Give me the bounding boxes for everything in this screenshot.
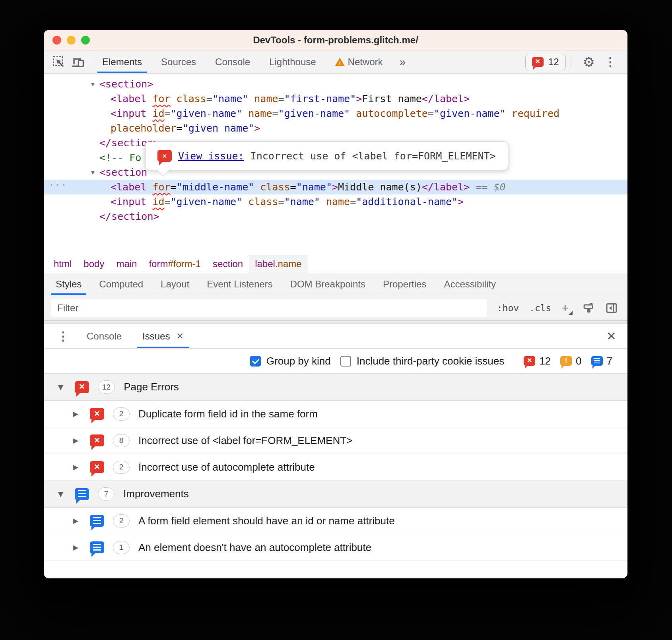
breadcrumb-item-main[interactable]: main: [110, 255, 143, 273]
code-token: >: [332, 181, 338, 193]
message-bubble-icon: [90, 541, 104, 553]
code-line[interactable]: placeholder="given name">: [44, 121, 627, 136]
code-token: </label>: [422, 181, 470, 193]
issue-section-page-errors[interactable]: ▼✕12Page Errors: [44, 374, 627, 401]
breadcrumb-item-formform-1[interactable]: form#form-1: [143, 255, 207, 273]
code-token: class: [260, 181, 290, 193]
expand-arrow-icon[interactable]: ▶: [73, 436, 81, 444]
warning-count-badge: ! 0: [560, 355, 581, 367]
tab-event-listeners[interactable]: Event Listeners: [198, 273, 281, 295]
tab-computed[interactable]: Computed: [90, 273, 152, 295]
issue-row-incorrect-use-of-label-for-form-element-[interactable]: ▶✕8Incorrect use of <label for=FORM_ELEM…: [44, 427, 627, 454]
code-token: <!-- Fo: [99, 152, 141, 163]
drawer-splitter[interactable]: [44, 321, 627, 324]
error-bubble-icon: ✕: [90, 408, 104, 420]
tab-network[interactable]: !Network: [326, 50, 392, 73]
drawer-tab-issues[interactable]: Issues✕: [132, 324, 194, 348]
breadcrumb-item-html[interactable]: html: [48, 255, 78, 273]
code-token: =: [278, 93, 284, 105]
more-options-kebab-icon[interactable]: ⋮: [602, 55, 620, 69]
issue-row-incorrect-use-of-autocomplete-attribute[interactable]: ▶✕2Incorrect use of autocomplete attribu…: [44, 454, 627, 481]
issue-row-a-form-field-element-should-have-an-id-o[interactable]: ▶2A form field element should have an id…: [44, 508, 627, 534]
breadcrumb-item-section[interactable]: section: [207, 255, 249, 273]
tab-console[interactable]: Console: [206, 50, 260, 73]
tab-label: Console: [215, 56, 250, 68]
expand-arrow-icon[interactable]: ▶: [73, 517, 81, 525]
expand-arrow-icon[interactable]: ▶: [73, 410, 81, 418]
tab-elements[interactable]: Elements: [93, 50, 151, 73]
toggle-hover-state-button[interactable]: :hov: [497, 303, 519, 313]
settings-gear-icon[interactable]: ⚙: [576, 55, 602, 69]
tab-layout[interactable]: Layout: [152, 273, 198, 295]
crumb-text: form: [149, 258, 168, 270]
code-line[interactable]: <label for class="name" name="first-name…: [44, 91, 627, 106]
code-line[interactable]: <input id="given-name" class="name" name…: [44, 194, 627, 209]
element-classes-button[interactable]: .cls: [529, 303, 551, 313]
tab-label: Elements: [102, 56, 142, 68]
code-token: autocomplete: [356, 108, 428, 119]
code-line[interactable]: </section>: [44, 209, 627, 224]
tab-styles[interactable]: Styles: [47, 273, 90, 295]
gutter-overflow-icon[interactable]: ···: [49, 178, 67, 193]
breadcrumb-item-labelname[interactable]: label.name: [249, 255, 307, 273]
message-bubble-icon: [591, 356, 603, 366]
crumb-text: main: [116, 258, 137, 270]
expand-arrow-icon[interactable]: ▼: [90, 165, 96, 180]
expand-arrow-icon[interactable]: ▶: [73, 543, 81, 551]
expand-arrow-icon[interactable]: ▼: [90, 77, 96, 91]
code-line[interactable]: ▼<section>: [44, 77, 627, 91]
tab-dom-breakpoints[interactable]: DOM Breakpoints: [282, 273, 374, 295]
error-bubble-icon: ✕: [90, 434, 104, 446]
styles-filter-input[interactable]: [51, 299, 487, 317]
minimize-window-button[interactable]: [67, 36, 76, 45]
code-token: for: [152, 181, 170, 193]
title-bar: DevTools - form-problems.glitch.me/: [44, 30, 627, 50]
toggle-device-toolbar-button[interactable]: [68, 50, 87, 73]
code-token: [242, 108, 248, 119]
third-party-cookie-checkbox[interactable]: Include third-party cookie issues: [340, 355, 504, 367]
code-token: "name": [284, 196, 320, 208]
code-line[interactable]: <input id="given-name" name="given-name"…: [44, 106, 627, 121]
tab-lighthouse[interactable]: Lighthouse: [260, 50, 325, 73]
new-style-rule-button[interactable]: +: [561, 302, 573, 314]
close-window-button[interactable]: [52, 36, 61, 45]
collapse-arrow-icon[interactable]: ▼: [58, 383, 66, 391]
issue-row-duplicate-form-field-id-in-the-same-form[interactable]: ▶✕2Duplicate form field id in the same f…: [44, 401, 627, 427]
view-issue-link[interactable]: View issue:: [178, 150, 244, 162]
code-token: "given-name": [171, 108, 243, 119]
issue-tooltip: ✕ View issue: Incorrect use of <label fo…: [145, 142, 508, 170]
close-tab-icon[interactable]: ✕: [176, 331, 183, 341]
tab-label: Console: [87, 331, 122, 342]
drawer-tab-console[interactable]: Console: [76, 324, 132, 348]
zoom-window-button[interactable]: [81, 36, 90, 45]
inspect-element-button[interactable]: [49, 50, 68, 73]
issue-label: Improvements: [123, 488, 189, 500]
breadcrumb-item-body[interactable]: body: [78, 255, 110, 273]
tab-sources[interactable]: Sources: [151, 50, 206, 73]
toggle-sidebar-icon[interactable]: [605, 302, 618, 314]
expand-arrow-icon[interactable]: ▶: [73, 463, 81, 471]
toolbar-tabs: ElementsSourcesConsoleLighthouse!Network: [93, 50, 392, 73]
close-drawer-icon[interactable]: ✕: [595, 324, 627, 348]
collapse-arrow-icon[interactable]: ▼: [58, 490, 66, 498]
tab-label: Lighthouse: [269, 56, 316, 68]
issue-label: Duplicate form field id in the same form: [138, 408, 318, 420]
group-by-kind-checkbox[interactable]: Group by kind: [250, 355, 331, 367]
tab-properties[interactable]: Properties: [374, 273, 435, 295]
code-token: id: [152, 196, 164, 208]
tab-accessibility[interactable]: Accessibility: [435, 273, 505, 295]
more-tabs-button[interactable]: »: [392, 50, 413, 73]
drawer-menu-kebab-icon[interactable]: ⋮: [50, 324, 76, 348]
code-line[interactable]: ···<label for="middle-name" class="name"…: [44, 180, 627, 194]
code-token: =: [206, 93, 212, 105]
error-bubble-icon: ✕: [90, 461, 104, 473]
device-toolbar-icon: [71, 55, 85, 69]
toolbar-right-group: ✕ 12 ⚙ ⋮: [525, 50, 627, 73]
message-count: 7: [607, 355, 612, 367]
issue-section-improvements[interactable]: ▼7Improvements: [44, 481, 627, 508]
open-issues-button[interactable]: ✕ 12: [525, 54, 566, 70]
issue-row-an-element-doesn-t-have-an-autocomplete-[interactable]: ▶1An element doesn't have an autocomplet…: [44, 534, 627, 561]
issue-count-pill: 2: [113, 461, 130, 474]
brush-icon[interactable]: [583, 302, 595, 314]
error-badge-icon: ✕: [532, 57, 544, 67]
